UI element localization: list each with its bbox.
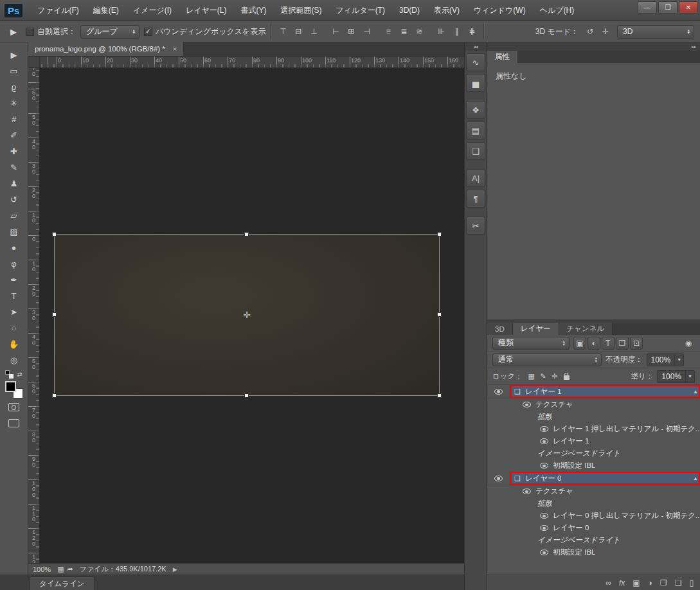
distribute-top-edges-icon[interactable]: ≡: [381, 24, 395, 39]
transform-handle[interactable]: [52, 312, 57, 317]
align-left-edges-icon[interactable]: ⊢: [328, 24, 343, 39]
default-colors-icon[interactable]: [5, 370, 13, 379]
menu-filter[interactable]: フィルター(T): [329, 5, 392, 16]
row-texture-0[interactable]: ❑ テクスチャ ▲: [487, 485, 700, 497]
link-layers-icon[interactable]: ∞: [606, 578, 611, 587]
row-material-1[interactable]: ❑ レイヤー 1 押し出しマテリアル - 初期テク... ▲: [487, 423, 700, 435]
row-texmap-0[interactable]: ❑ レイヤー 0 ▲: [487, 522, 700, 534]
eye-icon[interactable]: [540, 550, 548, 555]
swap-colors-icon[interactable]: ⇄: [17, 371, 22, 378]
align-right-edges-icon[interactable]: ⊣: [359, 24, 373, 39]
menu-edit[interactable]: 編集(E): [86, 5, 126, 16]
distribute-bottom-edges-icon[interactable]: ≋: [412, 24, 426, 39]
lock-all-icon[interactable]: [564, 375, 570, 380]
blur-tool[interactable]: ●: [4, 240, 24, 256]
notes-panel-icon[interactable]: ✂: [466, 217, 485, 235]
checkbox-box[interactable]: ✓: [144, 28, 152, 36]
workspace-switcher-dropdown[interactable]: 3D: [617, 25, 694, 39]
layer-list-empty-area[interactable]: [487, 559, 700, 575]
type-tool[interactable]: T: [4, 288, 24, 304]
publish-icon[interactable]: ➦: [67, 565, 73, 573]
visibility-toggle[interactable]: [487, 472, 510, 485]
paragraph-panel-icon[interactable]: ¶: [466, 190, 485, 208]
distribute-left-edges-icon[interactable]: ⊪: [434, 24, 448, 39]
lasso-tool[interactable]: ϱ: [4, 79, 24, 95]
ruler-origin-corner[interactable]: [28, 57, 40, 68]
transform-handle[interactable]: [52, 232, 57, 237]
menu-view[interactable]: 表示(V): [427, 5, 467, 16]
transform-handle[interactable]: [244, 393, 249, 398]
pen-tool[interactable]: ✒: [4, 272, 24, 288]
menu-3d[interactable]: 3D(D): [392, 6, 427, 15]
filter-pixel-layers-icon[interactable]: ▣: [573, 337, 586, 350]
move-tool[interactable]: ▶: [4, 47, 24, 63]
menu-file[interactable]: ファイル(F): [30, 5, 85, 16]
scroll-up-icon[interactable]: ▲: [693, 389, 700, 395]
layer-effects-icon[interactable]: fx: [619, 578, 625, 587]
healing-brush-tool[interactable]: ✚: [4, 143, 24, 159]
eye-icon[interactable]: [540, 426, 548, 432]
lock-position-icon[interactable]: ✛: [550, 370, 560, 383]
filter-type-layers-icon[interactable]: T: [602, 337, 615, 350]
checkbox-box[interactable]: [26, 28, 34, 36]
dodge-tool[interactable]: φ: [4, 256, 24, 272]
quick-mask-button[interactable]: [4, 399, 24, 415]
tab-3d[interactable]: 3D: [487, 323, 513, 335]
row-ibl-group-0[interactable]: ❑ イメージベースドライト ▲: [487, 534, 700, 546]
eye-icon[interactable]: [494, 476, 503, 481]
scroll-up-icon[interactable]: ▲: [693, 476, 700, 481]
menu-type[interactable]: 書式(Y): [234, 5, 274, 16]
color-panel-icon[interactable]: ❖: [466, 101, 485, 119]
visibility-toggle[interactable]: [487, 385, 510, 398]
reference-point-icon[interactable]: ✛: [242, 310, 252, 320]
dropdown-button[interactable]: [674, 354, 683, 366]
eye-icon[interactable]: [540, 463, 548, 469]
crop-tool[interactable]: #: [4, 111, 24, 127]
lock-paint-icon[interactable]: ✎: [538, 370, 548, 383]
row-diffuse-0[interactable]: ❑ 拡散 ▲: [487, 497, 700, 510]
doc-board-icon[interactable]: ▦: [57, 565, 64, 573]
menu-select[interactable]: 選択範囲(S): [274, 5, 329, 16]
new-layer-icon[interactable]: ❏: [675, 578, 682, 587]
eyedropper-tool[interactable]: ✐: [4, 127, 24, 143]
collapse-dock-icon[interactable]: ▸▸: [487, 42, 700, 51]
auto-select-mode-dropdown[interactable]: グループ: [80, 25, 139, 39]
quick-selection-tool[interactable]: ✳: [4, 95, 24, 111]
row-ibl-group-1[interactable]: ❑ イメージベースドライト ▲: [487, 447, 700, 460]
minimize-button[interactable]: —: [638, 1, 657, 13]
opacity-field[interactable]: 100%: [647, 353, 685, 366]
distribute-vertical-centers-icon[interactable]: ≣: [397, 24, 411, 39]
layer-mask-icon[interactable]: ▣: [633, 578, 640, 587]
row-texture-1[interactable]: ❑ テクスチャ ▲: [487, 398, 700, 411]
auto-select-checkbox[interactable]: 自動選択：: [26, 26, 76, 37]
transform-handle[interactable]: [244, 232, 249, 237]
tab-properties[interactable]: 属性: [487, 51, 518, 63]
filtering-toggle-icon[interactable]: ◉: [682, 337, 695, 350]
character-panel-icon[interactable]: A|: [466, 169, 485, 187]
vertical-ruler[interactable]: 7060504030201001020304050607080901001101…: [28, 68, 40, 563]
menu-layer[interactable]: レイヤー(L): [179, 5, 234, 16]
eye-icon[interactable]: [540, 438, 548, 444]
eye-icon[interactable]: [494, 389, 503, 395]
new-group-icon[interactable]: ❐: [660, 578, 667, 587]
filter-smart-object-icon[interactable]: ⊡: [630, 337, 643, 350]
filter-type-dropdown[interactable]: 種類: [492, 337, 570, 350]
history-brush-tool[interactable]: ↺: [4, 192, 24, 208]
swatches-panel-icon[interactable]: ▤: [466, 121, 485, 139]
status-flyout-arrow[interactable]: ▶: [173, 566, 177, 573]
hand-tool[interactable]: ✋: [4, 336, 24, 352]
align-horizontal-centers-icon[interactable]: ⊞: [344, 24, 358, 39]
foreground-color-swatch[interactable]: [5, 381, 16, 392]
measurement-panel-icon[interactable]: ▅: [466, 74, 485, 92]
screen-mode-button[interactable]: [4, 415, 24, 431]
close-button[interactable]: ✕: [679, 1, 698, 13]
row-material-0[interactable]: ❑ レイヤー 0 押し出しマテリアル - 初期テク... ▲: [487, 510, 700, 522]
align-top-edges-icon[interactable]: ⊤: [276, 24, 290, 39]
transform-bounding-box[interactable]: ✛: [55, 235, 439, 395]
filter-shape-layers-icon[interactable]: ❒: [616, 337, 629, 350]
3d-rotate-icon[interactable]: ↺: [583, 24, 597, 39]
align-bottom-edges-icon[interactable]: ⊥: [307, 24, 321, 39]
eye-icon[interactable]: [540, 525, 548, 531]
filter-adjustment-layers-icon[interactable]: ◐: [588, 337, 600, 350]
menu-help[interactable]: ヘルプ(H): [533, 5, 582, 16]
